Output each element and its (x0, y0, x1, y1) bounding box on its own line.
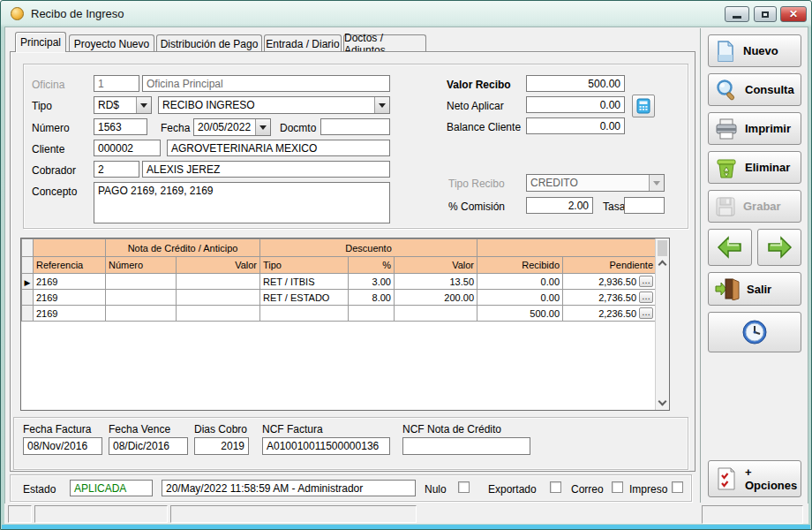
clock-button[interactable] (708, 312, 801, 352)
impreso-checkbox[interactable] (672, 481, 683, 493)
fecha-combo[interactable]: 20/05/2022 (193, 118, 271, 136)
opciones-label: + Opciones (745, 466, 801, 492)
row-selector[interactable] (22, 306, 34, 322)
cell-desc-valor[interactable]: 200.00 (395, 290, 477, 306)
cell-recibido[interactable]: 500.00 (477, 306, 563, 322)
payments-table[interactable]: Nota de Crédito / Anticipo Descuento Ref… (20, 238, 670, 411)
correo-checkbox[interactable] (612, 481, 623, 493)
docmto-field[interactable] (320, 118, 390, 135)
nuevo-label: Nuevo (743, 44, 778, 57)
balance-cliente-label: Balance Cliente (447, 121, 521, 133)
cell-pendiente[interactable]: 2,236.50 (598, 308, 636, 319)
cell-recibido[interactable]: 0.00 (477, 274, 563, 290)
cell-desc-tipo[interactable]: RET / ITBIS (260, 274, 349, 290)
fecha-value: 20/05/2022 (194, 121, 255, 133)
cell-nc-valor[interactable] (177, 306, 260, 322)
cell-desc-valor[interactable] (395, 306, 477, 322)
ellipsis-button[interactable]: … (639, 292, 653, 303)
cell-recibido[interactable]: 0.00 (477, 290, 563, 306)
cell-referencia[interactable]: 2169 (34, 290, 106, 306)
oficina-name-field[interactable]: Oficina Principal (142, 75, 390, 92)
table-row[interactable]: 2169 500.00 2,236.50… (22, 306, 657, 322)
maximize-button[interactable] (754, 6, 777, 22)
nulo-checkbox[interactable] (458, 481, 470, 493)
status-bar (4, 504, 808, 524)
cobrador-code-field[interactable]: 2 (94, 161, 139, 178)
opciones-button[interactable]: + Opciones (708, 460, 801, 497)
imprimir-button[interactable]: Imprimir (708, 112, 801, 145)
cell-desc-valor[interactable]: 13.50 (395, 274, 477, 290)
row-selector[interactable]: ▶ (22, 274, 34, 290)
currency-combo[interactable]: RD$ (94, 96, 152, 114)
cell-pendiente[interactable]: 2,936.50 (598, 276, 636, 287)
scroll-down-icon[interactable] (658, 398, 667, 406)
cell-desc-pct[interactable]: 8.00 (349, 290, 395, 306)
cell-nc-numero[interactable] (106, 274, 177, 290)
calculator-button[interactable] (632, 95, 655, 117)
search-icon (715, 79, 738, 102)
tipo-recibo-combo[interactable]: RECIBO INGRESO (158, 96, 390, 114)
tab-entrada-diario[interactable]: Entrada / Diario (264, 34, 342, 52)
neto-aplicar-field[interactable]: 0.00 (526, 96, 625, 113)
col-tipo: Tipo (260, 257, 349, 274)
previous-record-button[interactable] (708, 229, 752, 266)
cell-desc-pct[interactable]: 3.00 (349, 274, 395, 290)
chevron-down-icon[interactable] (374, 97, 389, 113)
tab-proyecto-nuevo[interactable]: Proyecto Nuevo (69, 34, 154, 52)
title-bar[interactable]: Recibo de Ingreso ✕ (1, 1, 811, 26)
fecha-vence-field[interactable]: 08/Dic/2016 (109, 437, 188, 455)
cliente-code-field[interactable]: 000002 (94, 140, 161, 156)
comision-field[interactable]: 2.00 (526, 197, 593, 214)
cell-desc-tipo[interactable]: RET / ESTADO (260, 290, 349, 306)
consulta-button[interactable]: Consulta (708, 73, 801, 106)
ellipsis-button[interactable]: … (639, 307, 653, 319)
tab-principal[interactable]: Principal (15, 32, 66, 52)
oficina-code-field[interactable]: 1 (94, 75, 139, 92)
descuento-group-header: Descuento (260, 239, 477, 257)
cell-referencia[interactable]: 2169 (34, 274, 106, 290)
row-selector[interactable] (22, 290, 34, 306)
table-scrollbar[interactable] (655, 238, 669, 410)
cell-desc-tipo[interactable] (260, 306, 349, 322)
chevron-down-icon[interactable] (136, 97, 151, 113)
cell-nc-valor[interactable] (177, 274, 260, 290)
scrollbar-thumb[interactable] (658, 240, 667, 256)
cell-referencia[interactable]: 2169 (34, 306, 106, 322)
fecha-factura-field[interactable]: 08/Nov/2016 (23, 437, 102, 455)
tab-distribucion-de-pago[interactable]: Distribución de Pago (156, 34, 262, 52)
eliminar-button[interactable]: Eliminar (708, 151, 801, 184)
scroll-up-icon[interactable] (658, 261, 667, 269)
close-button[interactable]: ✕ (780, 6, 807, 22)
arrow-right-icon (766, 235, 793, 260)
exportado-checkbox[interactable] (550, 481, 561, 493)
balance-cliente-field[interactable]: 0.00 (526, 117, 625, 134)
concepto-field[interactable]: PAGO 2169, 2169, 2169 (94, 182, 390, 223)
cell-pendiente[interactable]: 2,736.50 (598, 292, 636, 303)
chevron-down-icon[interactable] (255, 119, 270, 135)
numero-field[interactable]: 1563 (94, 118, 147, 135)
ncf-factura-field[interactable]: A010010011500000136 (262, 437, 390, 455)
cliente-name-field[interactable]: AGROVETERINARIA MEXICO (167, 140, 390, 156)
minimize-button[interactable] (725, 6, 749, 22)
valor-recibo-field[interactable]: 500.00 (526, 75, 625, 92)
salir-button[interactable]: Salir (708, 272, 801, 306)
ellipsis-button[interactable]: … (639, 276, 653, 287)
clock-icon (741, 318, 769, 346)
table-row[interactable]: 2169 RET / ESTADO 8.00 200.00 0.00 2,736… (22, 290, 657, 306)
tasa-field[interactable] (624, 197, 665, 214)
tab-doctos-adjuntos[interactable]: Doctos / Adjuntos (343, 34, 426, 52)
cell-nc-numero[interactable] (106, 290, 177, 306)
next-record-button[interactable] (757, 229, 801, 266)
sidebar-divider (700, 28, 701, 503)
cell-nc-numero[interactable] (106, 306, 177, 322)
cell-nc-valor[interactable] (177, 290, 260, 306)
dias-cobro-field[interactable]: 2019 (194, 437, 249, 455)
cobrador-name-field[interactable]: ALEXIS JEREZ (142, 161, 390, 178)
neto-aplicar-label: Neto Aplicar (447, 100, 504, 112)
checklist-icon (715, 466, 738, 491)
consulta-label: Consulta (745, 83, 794, 96)
nuevo-button[interactable]: Nuevo (708, 34, 801, 67)
cell-desc-pct[interactable] (349, 306, 395, 322)
ncf-nota-field[interactable] (402, 437, 530, 455)
table-row[interactable]: ▶ 2169 RET / ITBIS 3.00 13.50 0.00 2,936… (22, 274, 657, 290)
